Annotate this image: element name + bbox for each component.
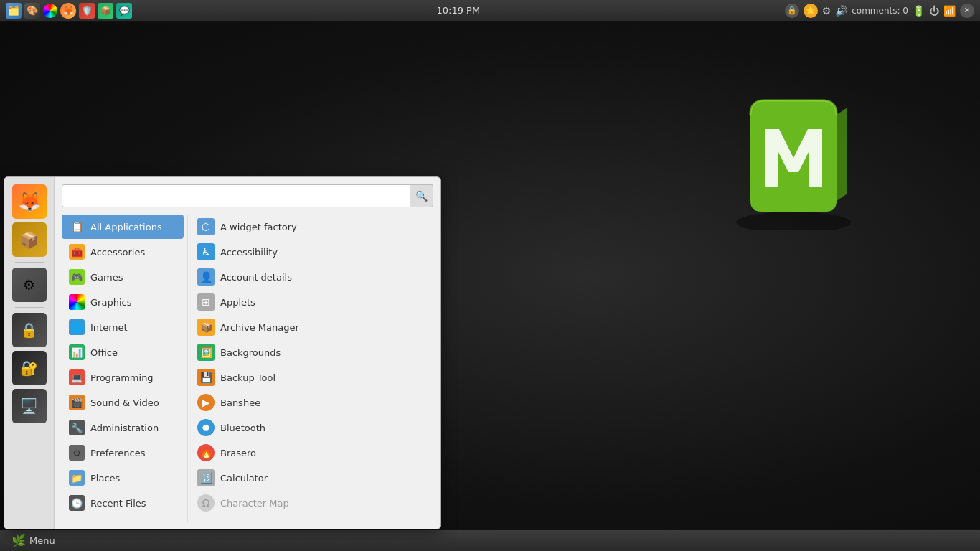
- app-brasero[interactable]: 🔥 Brasero: [192, 441, 433, 465]
- cat-preferences-label: Preferences: [90, 448, 145, 458]
- fav-settings[interactable]: ⚙️: [12, 268, 47, 302]
- cat-sound-video-icon: 🎬: [69, 395, 85, 410]
- cat-places-label: Places: [90, 473, 120, 484]
- fav-lock[interactable]: 🔒: [12, 313, 47, 347]
- app-banshee-label: Banshee: [220, 397, 260, 408]
- cat-graphics[interactable]: Graphics: [62, 290, 184, 314]
- taskbar-icon-firefox[interactable]: 🦊: [60, 3, 76, 19]
- cat-recent-files[interactable]: 🕒 Recent Files: [62, 491, 184, 515]
- app-character-map-icon: Ω: [197, 494, 215, 512]
- cat-office-icon: 📊: [69, 344, 85, 360]
- fav-firefox[interactable]: 🦊: [12, 184, 47, 219]
- taskbar-top: 🗂️ 🎨 🦊 🛡️ 📦 💬: [0, 0, 980, 22]
- cat-recent-icon: 🕒: [69, 495, 85, 511]
- taskbar-security-icon[interactable]: 🔒: [785, 4, 799, 18]
- app-calculator[interactable]: 🔢 Calculator: [192, 466, 433, 490]
- app-accessibility[interactable]: ♿ Accessibility: [192, 240, 433, 264]
- taskbar-right-area: 🔒 ⭐ ⚙️ 🔊 comments: 0 🔋 ⏻ 📶 ✕: [785, 4, 974, 18]
- menu-content-area: 📋 All Applications 🧰 Accessories 🎮 Games: [62, 215, 433, 522]
- app-calculator-icon: 🔢: [197, 469, 215, 486]
- taskbar-comments[interactable]: comments: 0: [852, 6, 908, 16]
- cat-administration-icon: 🔧: [69, 420, 85, 435]
- cat-places[interactable]: 📁 Places: [62, 466, 184, 490]
- app-character-map-label: Character Map: [220, 498, 289, 509]
- cat-sound-video-label: Sound & Video: [90, 397, 159, 408]
- app-bluetooth-icon: ⬣: [197, 419, 215, 436]
- desktop: 🗂️ 🎨 🦊 🛡️ 📦 💬: [0, 0, 980, 551]
- taskbar-icon-package[interactable]: 📦: [98, 3, 113, 19]
- taskbar-volume-icon[interactable]: 🔊: [835, 5, 847, 17]
- app-banshee[interactable]: ▶ Banshee: [192, 390, 433, 415]
- cat-accessories[interactable]: 🧰 Accessories: [62, 240, 184, 264]
- cat-all-applications[interactable]: 📋 All Applications: [62, 215, 184, 239]
- taskbar-wifi-icon[interactable]: 📶: [943, 5, 956, 17]
- app-brasero-icon: 🔥: [197, 444, 215, 461]
- cat-preferences-icon: ⚙️: [69, 445, 85, 461]
- svg-point-0: [736, 212, 851, 230]
- menu-apps-list: ⬡ A widget factory ♿ Accessibility: [187, 215, 433, 522]
- taskbar-clock: 10:19 PM: [437, 5, 481, 16]
- fav-divider-1: [15, 262, 44, 263]
- app-backgrounds[interactable]: 🖼️ Backgrounds: [192, 340, 433, 364]
- cat-sound-video[interactable]: 🎬 Sound & Video: [62, 390, 184, 415]
- cat-graphics-icon: [69, 294, 85, 310]
- app-applets[interactable]: ⊞ Applets: [192, 290, 433, 314]
- cat-recent-label: Recent Files: [90, 498, 146, 509]
- cat-office[interactable]: 📊 Office: [62, 340, 184, 364]
- taskbar-left-icons: 🗂️ 🎨 🦊 🛡️ 📦 💬: [6, 3, 132, 19]
- cat-administration-label: Administration: [90, 423, 159, 433]
- cat-programming-icon: 💻: [69, 369, 85, 385]
- app-accessibility-icon: ♿: [197, 243, 215, 260]
- taskbar-icon-shield[interactable]: 🛡️: [79, 3, 95, 19]
- fav-secure[interactable]: 🔐: [12, 351, 47, 385]
- app-widget-factory[interactable]: ⬡ A widget factory: [192, 215, 433, 239]
- cat-games[interactable]: 🎮 Games: [62, 265, 184, 289]
- cat-places-icon: 📁: [69, 470, 85, 486]
- menu-search-bar: 🔍: [62, 184, 433, 207]
- cat-preferences[interactable]: ⚙️ Preferences: [62, 441, 184, 465]
- menu-inner: 🦊 📦 ⚙️ 🔒 🔐 🖥️: [4, 177, 440, 529]
- taskbar-close-icon[interactable]: ✕: [960, 4, 974, 18]
- cat-programming[interactable]: 💻 Programming: [62, 365, 184, 390]
- taskbar-icon-color[interactable]: [43, 4, 57, 18]
- cat-internet-label: Internet: [90, 322, 128, 333]
- taskbar-icon-hype[interactable]: 💬: [116, 3, 132, 19]
- taskbar-icon-gimp[interactable]: 🎨: [24, 3, 40, 19]
- search-icon: 🔍: [415, 190, 428, 202]
- cat-administration[interactable]: 🔧 Administration: [62, 415, 184, 440]
- cat-office-label: Office: [90, 347, 118, 358]
- search-input[interactable]: [62, 184, 410, 207]
- menu-categories-list: 📋 All Applications 🧰 Accessories 🎮 Games: [62, 215, 187, 522]
- taskbar-icon-files[interactable]: 🗂️: [6, 3, 22, 19]
- taskbar-update-icon[interactable]: ⭐: [804, 4, 818, 18]
- cat-internet-icon: 🌐: [69, 319, 85, 335]
- menu-button[interactable]: 🌿 Menu: [6, 532, 61, 549]
- menu-label: Menu: [29, 535, 55, 546]
- fav-package[interactable]: 📦: [12, 222, 47, 257]
- app-archive-manager-label: Archive Manager: [220, 322, 299, 333]
- cat-all-label: All Applications: [90, 222, 162, 232]
- search-button[interactable]: 🔍: [410, 184, 433, 207]
- app-calculator-label: Calculator: [220, 473, 268, 484]
- taskbar-bottom: 🌿 Menu: [0, 529, 980, 551]
- menu-favorites: 🦊 📦 ⚙️ 🔒 🔐 🖥️: [4, 177, 55, 529]
- cat-internet[interactable]: 🌐 Internet: [62, 315, 184, 339]
- app-brasero-label: Brasero: [220, 448, 256, 458]
- cat-programming-label: Programming: [90, 372, 154, 383]
- taskbar-power-icon[interactable]: ⏻: [929, 5, 939, 17]
- taskbar-battery-icon[interactable]: 🔋: [913, 5, 925, 17]
- app-bluetooth[interactable]: ⬣ Bluetooth: [192, 415, 433, 440]
- fav-dark[interactable]: 🖥️: [12, 389, 47, 423]
- app-backup-tool[interactable]: 💾 Backup Tool: [192, 365, 433, 390]
- app-widget-factory-label: A widget factory: [220, 222, 297, 232]
- app-archive-manager-icon: 📦: [197, 319, 215, 336]
- app-applets-icon: ⊞: [197, 293, 215, 311]
- app-account-details[interactable]: 👤 Account details: [192, 265, 433, 289]
- taskbar-gear-icon[interactable]: ⚙️: [822, 5, 831, 17]
- app-banshee-icon: ▶: [197, 394, 215, 411]
- mint-logo: [722, 72, 865, 232]
- app-archive-manager[interactable]: 📦 Archive Manager: [192, 315, 433, 339]
- cat-games-label: Games: [90, 272, 123, 283]
- menu-icon: 🌿: [11, 534, 26, 547]
- app-backgrounds-label: Backgrounds: [220, 347, 281, 358]
